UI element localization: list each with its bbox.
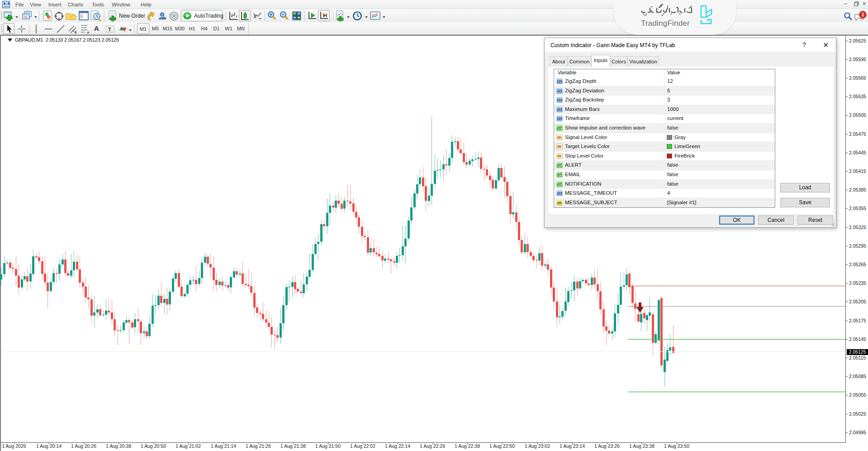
- svg-text:T: T: [108, 27, 111, 32]
- svg-text:TradingFinder: TradingFinder: [641, 19, 690, 28]
- svg-text:E: E: [75, 31, 77, 34]
- svg-text:F: F: [87, 31, 90, 34]
